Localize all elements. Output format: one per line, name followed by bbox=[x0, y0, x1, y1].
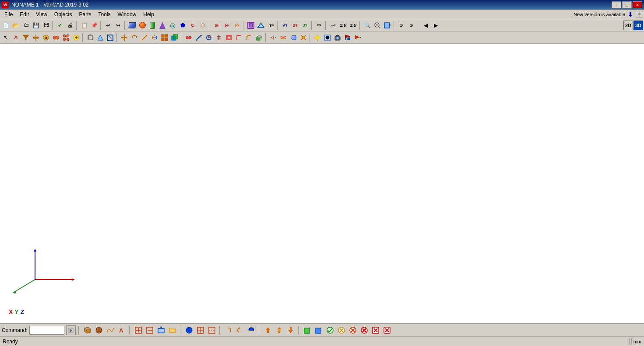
update-close-button[interactable]: ✕ bbox=[636, 11, 643, 17]
snap-j-button[interactable]: J? bbox=[300, 21, 310, 30]
group-button[interactable] bbox=[51, 33, 61, 42]
dim-scale-button[interactable]: 1:1▾ bbox=[338, 21, 348, 30]
extrude-button[interactable] bbox=[254, 33, 264, 42]
maximize-button[interactable]: □ bbox=[622, 1, 632, 8]
bool-add-button[interactable]: ⊕ bbox=[212, 21, 222, 30]
draw-grid-sub[interactable] bbox=[207, 325, 217, 335]
draw-3d-box[interactable] bbox=[83, 325, 92, 335]
menu-view[interactable]: View bbox=[32, 10, 51, 18]
flag-options-button[interactable]: ▾ bbox=[353, 33, 362, 42]
chamfer-button[interactable] bbox=[244, 33, 254, 42]
menu-help[interactable]: Help bbox=[140, 10, 158, 18]
draw-half-circle[interactable] bbox=[246, 325, 256, 335]
add-obj-button[interactable]: + bbox=[71, 33, 81, 42]
align-button[interactable] bbox=[214, 33, 224, 42]
menu-objects[interactable]: Objects bbox=[51, 10, 76, 18]
save-stamp-button[interactable]: 🖫 bbox=[41, 21, 51, 30]
flag-button[interactable] bbox=[343, 33, 352, 42]
draw-open-file[interactable] bbox=[168, 325, 177, 335]
zoom-in-button[interactable] bbox=[373, 21, 382, 30]
property-button[interactable]: a bbox=[41, 33, 51, 42]
num-display2-button[interactable]: 1▾ bbox=[407, 21, 416, 30]
draw-move-up[interactable] bbox=[263, 325, 273, 335]
scale-tool-button[interactable] bbox=[140, 33, 149, 42]
num-display-button[interactable]: 1▾ bbox=[397, 21, 406, 30]
menu-parts[interactable]: Parts bbox=[76, 10, 95, 18]
zoom-prev-button[interactable]: ◀ bbox=[421, 21, 430, 30]
dim-linear-button[interactable]: ↔▾ bbox=[328, 21, 338, 30]
toggle-2d-button[interactable]: 2D bbox=[623, 21, 633, 30]
sphere-button[interactable] bbox=[137, 21, 147, 30]
draw-3d-sphere[interactable] bbox=[94, 325, 104, 335]
view-options-button[interactable]: 👁▾ bbox=[266, 21, 276, 30]
minimize-button[interactable]: ─ bbox=[612, 1, 621, 8]
draw-select-blue[interactable] bbox=[314, 325, 324, 335]
zoom-next-button[interactable]: ▶ bbox=[431, 21, 440, 30]
pipe-button[interactable]: ⬡ bbox=[198, 21, 208, 30]
menu-tools[interactable]: Tools bbox=[95, 10, 114, 18]
stitch-button[interactable] bbox=[278, 33, 288, 42]
explode-button[interactable] bbox=[299, 33, 308, 42]
snap-s-button[interactable]: S? bbox=[290, 21, 300, 30]
dim-scale2-button[interactable]: 1:1▾ bbox=[348, 21, 358, 30]
menu-file[interactable]: File bbox=[1, 10, 16, 18]
draw-curve[interactable] bbox=[106, 325, 115, 335]
save-button[interactable]: 💾 bbox=[31, 21, 41, 30]
draw-grid-red[interactable] bbox=[196, 325, 205, 335]
rotation-button[interactable]: ↻ bbox=[188, 21, 197, 30]
pencil-button[interactable]: ✏ bbox=[314, 21, 324, 30]
array-button[interactable] bbox=[61, 33, 71, 42]
close-button[interactable]: ✕ bbox=[633, 1, 642, 8]
camera-button[interactable] bbox=[333, 33, 342, 42]
draw-remove-pt[interactable] bbox=[145, 325, 155, 335]
fillet-button[interactable] bbox=[234, 33, 244, 42]
face-select-button[interactable] bbox=[95, 33, 105, 42]
copy-button[interactable]: 📋 bbox=[79, 21, 89, 30]
filter-select-button[interactable] bbox=[21, 33, 31, 42]
draw-x-orange[interactable] bbox=[337, 325, 346, 335]
draw-move-down[interactable] bbox=[286, 325, 296, 335]
solid-ops-button[interactable] bbox=[170, 33, 179, 42]
select-button[interactable]: ↖ bbox=[1, 33, 11, 42]
bool-sub-button[interactable]: ⊖ bbox=[222, 21, 232, 30]
view3d-front[interactable] bbox=[246, 21, 256, 30]
split-button[interactable] bbox=[268, 33, 278, 42]
draw-x-red4[interactable] bbox=[382, 325, 392, 335]
draw-check-green[interactable] bbox=[325, 325, 335, 335]
render-button[interactable] bbox=[323, 33, 332, 42]
draw-text[interactable]: A bbox=[117, 325, 127, 335]
paste-button[interactable]: 📌 bbox=[89, 21, 99, 30]
shell-button[interactable] bbox=[224, 33, 234, 42]
check-button[interactable]: ✔ bbox=[55, 21, 65, 30]
deselect-button[interactable]: ✕ bbox=[11, 33, 21, 42]
torus-button[interactable]: ◎ bbox=[168, 21, 177, 30]
measure2-button[interactable] bbox=[204, 33, 214, 42]
modify-button[interactable] bbox=[31, 33, 41, 42]
draw-redo-alt[interactable] bbox=[224, 325, 233, 335]
browse-button[interactable]: 🗂 bbox=[21, 21, 31, 30]
menu-window[interactable]: Window bbox=[114, 10, 140, 18]
draw-x-red1[interactable] bbox=[348, 325, 358, 335]
draw-move-up2[interactable] bbox=[274, 325, 284, 335]
command-input[interactable] bbox=[29, 326, 64, 335]
move-tool-button[interactable] bbox=[120, 33, 129, 42]
new-button[interactable]: 📄 bbox=[1, 21, 11, 30]
wireframe-button[interactable] bbox=[85, 33, 95, 42]
canvas-area[interactable]: X Y Z bbox=[0, 44, 644, 323]
box-button[interactable] bbox=[127, 21, 137, 30]
menu-edit[interactable]: Edit bbox=[16, 10, 32, 18]
cylinder-button[interactable] bbox=[148, 21, 157, 30]
draw-subdivide[interactable] bbox=[156, 325, 166, 335]
redo-button[interactable]: ↪ bbox=[113, 21, 123, 30]
constraint-button[interactable] bbox=[184, 33, 194, 42]
transform-button[interactable] bbox=[289, 33, 298, 42]
draw-x-red3[interactable] bbox=[371, 325, 380, 335]
update-download-icon[interactable]: ⬇ bbox=[628, 11, 633, 18]
zoom-window-button[interactable]: 🔍 bbox=[362, 21, 372, 30]
mirror-tool-button[interactable] bbox=[150, 33, 159, 42]
edge-select-button[interactable] bbox=[106, 33, 115, 42]
cone-button[interactable] bbox=[158, 21, 167, 30]
array-tool-button[interactable] bbox=[160, 33, 169, 42]
snap-v-button[interactable]: V? bbox=[280, 21, 290, 30]
undo-button[interactable]: ↩ bbox=[103, 21, 113, 30]
